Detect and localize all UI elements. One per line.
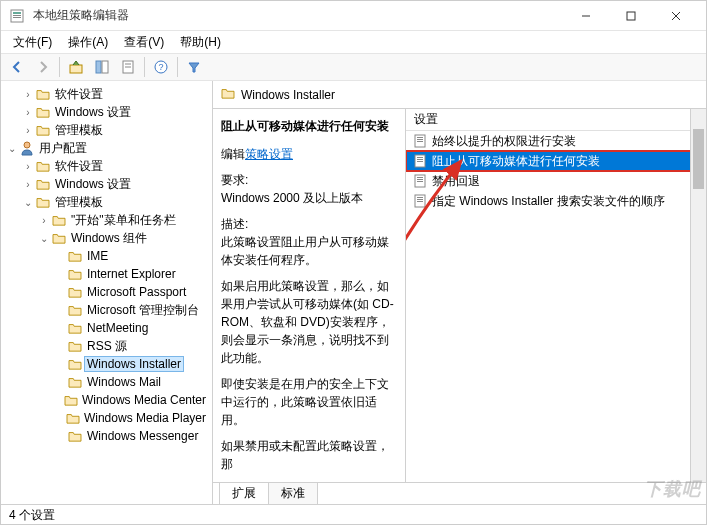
description-p1: 此策略设置阻止用户从可移动媒体安装任何程序。 xyxy=(221,235,389,267)
tree-item[interactable]: NetMeeting xyxy=(1,319,212,337)
edit-policy-link[interactable]: 策略设置 xyxy=(245,147,293,161)
tree-item[interactable]: ›软件设置 xyxy=(1,157,212,175)
tree-item-label: Windows Media Center xyxy=(80,393,208,407)
setting-item[interactable]: 阻止从可移动媒体进行任何安装 xyxy=(406,151,706,171)
setting-item[interactable]: 禁用回退 xyxy=(406,171,706,191)
filter-button[interactable] xyxy=(182,55,206,79)
properties-button[interactable] xyxy=(116,55,140,79)
svg-rect-32 xyxy=(417,201,423,202)
tree-item-label: Windows 设置 xyxy=(53,104,133,121)
svg-rect-23 xyxy=(417,159,423,160)
tree-item[interactable]: ›Windows 设置 xyxy=(1,103,212,121)
tree-item[interactable]: RSS 源 xyxy=(1,337,212,355)
scrollbar-vertical[interactable] xyxy=(690,109,706,482)
folder-icon xyxy=(67,320,83,336)
tree-item-label: Windows Installer xyxy=(85,357,183,371)
tree-item[interactable]: Microsoft Passport xyxy=(1,283,212,301)
menu-file[interactable]: 文件(F) xyxy=(5,32,60,53)
show-hide-tree-button[interactable] xyxy=(90,55,114,79)
folder-icon xyxy=(35,86,51,102)
view-tabs: 扩展 标准 xyxy=(213,482,706,504)
up-button[interactable] xyxy=(64,55,88,79)
menu-help[interactable]: 帮助(H) xyxy=(172,32,229,53)
policy-icon xyxy=(412,153,428,169)
svg-point-16 xyxy=(24,142,30,148)
forward-button[interactable] xyxy=(31,55,55,79)
svg-rect-26 xyxy=(417,177,423,178)
description-label: 描述: xyxy=(221,217,248,231)
tree-item[interactable]: ⌄Windows 组件 xyxy=(1,229,212,247)
tree-item-label: NetMeeting xyxy=(85,321,150,335)
tab-extended[interactable]: 扩展 xyxy=(219,482,269,504)
setting-item[interactable]: 指定 Windows Installer 搜索安装文件的顺序 xyxy=(406,191,706,211)
tree-item[interactable]: Windows Media Player xyxy=(1,409,212,427)
setting-label: 始终以提升的权限进行安装 xyxy=(432,133,576,150)
folder-icon xyxy=(64,392,78,408)
tab-standard[interactable]: 标准 xyxy=(268,482,318,504)
menu-action[interactable]: 操作(A) xyxy=(60,32,116,53)
tree-item[interactable]: ›管理模板 xyxy=(1,121,212,139)
settings-list: 始终以提升的权限进行安装阻止从可移动媒体进行任何安装禁用回退指定 Windows… xyxy=(406,131,706,211)
policy-icon xyxy=(412,133,428,149)
tree-item-label: Microsoft Passport xyxy=(85,285,188,299)
app-icon xyxy=(9,8,25,24)
expander-icon[interactable]: ⌄ xyxy=(5,143,19,154)
svg-rect-8 xyxy=(70,65,82,73)
minimize-button[interactable] xyxy=(563,1,608,31)
setting-item[interactable]: 始终以提升的权限进行安装 xyxy=(406,131,706,151)
expander-icon[interactable]: › xyxy=(21,125,35,136)
tree-item[interactable]: ›Windows 设置 xyxy=(1,175,212,193)
folder-icon xyxy=(35,194,51,210)
svg-rect-9 xyxy=(96,61,101,73)
folder-icon xyxy=(67,284,83,300)
tree-item[interactable]: ⌄管理模板 xyxy=(1,193,212,211)
setting-label: 阻止从可移动媒体进行任何安装 xyxy=(432,153,600,170)
menu-view[interactable]: 查看(V) xyxy=(116,32,172,53)
right-header-title: Windows Installer xyxy=(241,88,335,102)
content-area: ›软件设置›Windows 设置›管理模板⌄用户配置›软件设置›Windows … xyxy=(1,81,706,504)
folder-icon xyxy=(35,104,51,120)
policy-icon xyxy=(412,193,428,209)
folder-icon xyxy=(221,87,235,102)
svg-rect-22 xyxy=(417,157,423,158)
titlebar: 本地组策略编辑器 xyxy=(1,1,706,31)
maximize-button[interactable] xyxy=(608,1,653,31)
back-button[interactable] xyxy=(5,55,29,79)
tree-panel[interactable]: ›软件设置›Windows 设置›管理模板⌄用户配置›软件设置›Windows … xyxy=(1,81,213,504)
expander-icon[interactable]: ⌄ xyxy=(37,233,51,244)
settings-panel[interactable]: 设置 始终以提升的权限进行安装阻止从可移动媒体进行任何安装禁用回退指定 Wind… xyxy=(406,109,706,482)
tree-item-label: Microsoft 管理控制台 xyxy=(85,302,201,319)
menubar: 文件(F) 操作(A) 查看(V) 帮助(H) xyxy=(1,31,706,53)
folder-icon xyxy=(67,266,83,282)
tree-item[interactable]: ›软件设置 xyxy=(1,85,212,103)
settings-column-header[interactable]: 设置 xyxy=(406,109,706,131)
toolbar-separator xyxy=(144,57,145,77)
expander-icon[interactable]: ⌄ xyxy=(21,197,35,208)
tree-item-label: 管理模板 xyxy=(53,194,105,211)
tree-item[interactable]: ›"开始"菜单和任务栏 xyxy=(1,211,212,229)
expander-icon[interactable]: › xyxy=(21,107,35,118)
tree-item[interactable]: Windows Media Center xyxy=(1,391,212,409)
svg-rect-30 xyxy=(417,197,423,198)
tree-item[interactable]: IME xyxy=(1,247,212,265)
tree-item[interactable]: Internet Explorer xyxy=(1,265,212,283)
expander-icon[interactable]: › xyxy=(21,89,35,100)
help-button[interactable]: ? xyxy=(149,55,173,79)
expander-icon[interactable]: › xyxy=(37,215,51,226)
folder-icon xyxy=(35,122,51,138)
tree-item[interactable]: ⌄用户配置 xyxy=(1,139,212,157)
detail-panel[interactable]: 阻止从可移动媒体进行任何安装 编辑策略设置 要求:Windows 2000 及以… xyxy=(213,109,406,482)
tree-item-label: RSS 源 xyxy=(85,338,129,355)
expander-icon[interactable]: › xyxy=(21,179,35,190)
tree-item[interactable]: Windows Installer xyxy=(1,355,212,373)
close-button[interactable] xyxy=(653,1,698,31)
status-text: 4 个设置 xyxy=(9,507,55,524)
edit-label: 编辑 xyxy=(221,147,245,161)
folder-icon xyxy=(67,248,83,264)
expander-icon[interactable]: › xyxy=(21,161,35,172)
tree-item[interactable]: Windows Mail xyxy=(1,373,212,391)
folder-icon xyxy=(51,230,67,246)
tree-item[interactable]: Windows Messenger xyxy=(1,427,212,445)
tree-item[interactable]: Microsoft 管理控制台 xyxy=(1,301,212,319)
svg-rect-2 xyxy=(13,15,21,16)
